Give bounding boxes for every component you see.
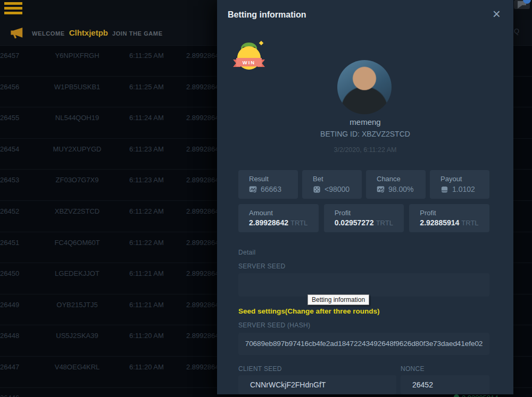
amounts-row: Amount2.89928642TRTLProfit0.02957272TRTL…: [238, 204, 489, 232]
cell-amount: 2.8992864: [186, 363, 219, 371]
nonce-input[interactable]: 26452: [401, 375, 489, 394]
cell-user: ZF03O7G7X9: [37, 176, 117, 184]
close-icon[interactable]: ×: [493, 7, 501, 21]
cell-id: 26453: [0, 176, 19, 184]
amount-value: 2.92885914TRTL: [420, 218, 489, 227]
cell-time: 6:11:20 AM: [129, 363, 164, 371]
coins-icon: [440, 185, 448, 193]
avatar: [337, 60, 392, 114]
betting-info-modal: Betting information × WIN memeng BETING …: [217, 0, 513, 394]
chart-check-icon: [249, 185, 257, 193]
amount-value: 2.89928642TRTL: [249, 218, 319, 227]
cell-amount: 2.8992864: [186, 176, 219, 184]
cell-user: FC4Q6OM60T: [37, 239, 117, 247]
cell-id: 26451: [0, 239, 19, 247]
cell-id: 26450: [0, 269, 19, 277]
cell-time: 6:11:20 AM: [129, 332, 164, 340]
stat-label: Result: [249, 175, 298, 183]
client-seed-input[interactable]: CNNrWCkjF2FHdnGfT: [238, 375, 396, 394]
server-seed-hash-label: SERVER SEED (HASH): [238, 322, 310, 329]
cell-id: 26449: [0, 301, 19, 309]
coin-icon: [454, 394, 459, 397]
server-seed-input[interactable]: [238, 273, 489, 297]
cell-amount: 2.8992864: [186, 83, 219, 91]
app-screen: WELCOME Clhtxjetpb JOIN THE GAME Q 26457…: [0, 0, 532, 397]
cell-amount: 2.8992864: [186, 301, 219, 309]
cell-id: 26457: [0, 52, 19, 60]
server-seed-hash-input[interactable]: 70689eb897b97416cb4fe2ad18472243492648f9…: [238, 333, 489, 355]
stat-box-result: Result66663: [238, 170, 298, 199]
amount-value: 0.02957272TRTL: [335, 218, 404, 227]
win-badge-icon: WIN: [233, 44, 265, 71]
currency-label: TRTL: [461, 219, 478, 227]
cell-amount: 2.8992864: [186, 114, 219, 122]
cell-user: LGEDEKJJOT: [37, 269, 117, 277]
cell-user: W1PB5USKB1: [37, 83, 117, 91]
megaphone-icon: [9, 25, 24, 41]
cell-time: 6:11:22 AM: [129, 239, 164, 247]
stat-box-chance: Chance98.00%: [366, 170, 426, 199]
hamburger-icon[interactable]: [4, 2, 22, 15]
cell-id: 26454: [0, 145, 19, 153]
stat-box-bet: Bet<98000: [302, 170, 362, 199]
cell-amount: 2.8992864: [186, 239, 219, 247]
betting-id: BETING ID: XBZVZ2STCD: [217, 130, 513, 138]
amount-box-profit: Profit0.02957272TRTL: [324, 204, 404, 232]
server-seed-label: SERVER SEED: [238, 263, 285, 270]
cell-amount: 2.8992864: [186, 269, 219, 277]
cell-user: US5J2SKA39: [37, 332, 117, 340]
stat-value: 66663: [261, 185, 281, 193]
amount-box-profit: Profit2.92885914TRTL: [409, 204, 489, 232]
cell-time: 6:11:25 AM: [129, 52, 164, 60]
cell-user: XBZVZ2STCD: [37, 207, 117, 215]
cell-time: 6:11:21 AM: [129, 301, 164, 309]
cell-id: 26448: [0, 332, 19, 340]
tooltip: Betting information: [307, 294, 369, 305]
win-ribbon: WIN: [233, 58, 265, 66]
stat-label: Payout: [440, 175, 489, 183]
amount-label: Amount: [249, 209, 319, 217]
cell-id: 26455: [0, 114, 19, 122]
cell-user: NL544QOH19: [37, 114, 117, 122]
stat-label: Chance: [377, 175, 426, 183]
cell-user: MUY2XUPYGD: [37, 145, 117, 153]
modal-title: Betting information: [228, 10, 306, 20]
cell-time: 6:11:22 AM: [129, 207, 164, 215]
cell-amount: 2.8992864: [186, 332, 219, 340]
amount-label: Profit: [420, 209, 489, 217]
stats-row: Result66663Bet<98000Chance98.00%Payout1.…: [238, 170, 489, 199]
bet-datetime: 3/2/2020, 6:11:22 AM: [217, 146, 513, 154]
stat-label: Bet: [313, 175, 362, 183]
cell-user: OYB215JTJ5: [37, 301, 117, 309]
cell-time: 6:11:24 AM: [129, 114, 164, 122]
currency-label: TRTL: [290, 219, 307, 227]
detail-label: Detail: [238, 249, 255, 256]
cell-time: 6:11:21 AM: [129, 269, 164, 277]
dice-icon: [313, 185, 321, 193]
cell-amount: 2.8992864: [186, 145, 219, 153]
seed-settings-label: Seed settings(Change after three rounds): [238, 307, 380, 315]
cell-time: 6:11:23 AM: [129, 176, 164, 184]
cell-id: 26452: [0, 207, 19, 215]
announcement-username: Clhtxjetpb: [69, 28, 108, 37]
edge-partial-text: Q: [514, 27, 519, 35]
announcement-text: WELCOME Clhtxjetpb JOIN THE GAME: [32, 28, 163, 37]
win-label: WIN: [236, 58, 262, 66]
cell-id: 26446: [0, 394, 19, 397]
welcome-label: WELCOME: [32, 30, 65, 37]
cell-time: 6:11:25 AM: [129, 83, 164, 91]
amount-box-amount: Amount2.89928642TRTL: [238, 204, 319, 232]
stat-box-payout: Payout1.0102: [430, 170, 489, 199]
cell-time: 6:11:23 AM: [129, 145, 164, 153]
currency-label: TRTL: [376, 219, 393, 227]
amount-label: Profit: [335, 209, 404, 217]
cell-id: 26447: [0, 363, 19, 371]
cell-id: 26456: [0, 83, 19, 91]
sparkle-icon: [259, 41, 263, 45]
client-seed-label: CLIENT SEED: [238, 365, 282, 373]
cell-user: Y6NPIXFRGH: [37, 52, 117, 60]
cell-user: V48OEG4KRL: [37, 363, 117, 371]
cell-amount: 2.8992864: [186, 207, 219, 215]
cell-amount: 2.8992864: [186, 52, 219, 60]
nonce-label: NONCE: [401, 365, 425, 373]
